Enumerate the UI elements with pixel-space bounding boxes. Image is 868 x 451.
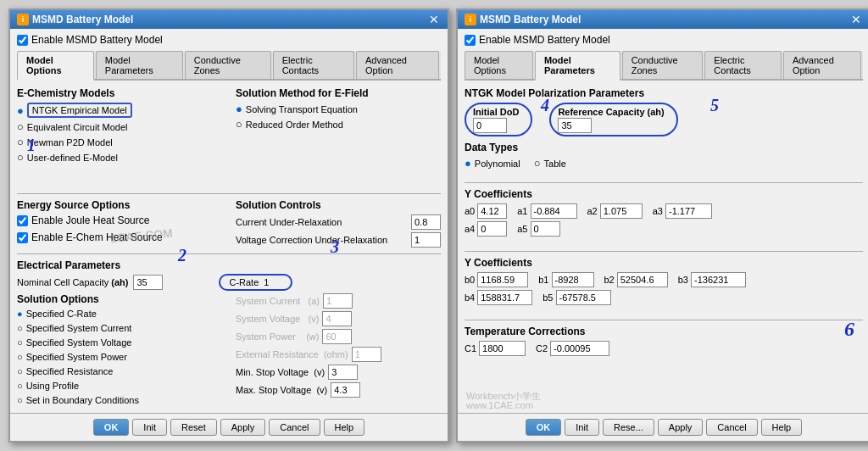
left-reset-button[interactable]: Reset <box>170 419 217 436</box>
b1-input[interactable] <box>552 272 594 287</box>
a5-input[interactable] <box>531 221 560 237</box>
min-stop-label: Min. Stop Voltage (v) <box>236 367 325 377</box>
a2-label: a2 <box>587 206 598 216</box>
tab-model-parameters-right[interactable]: Model Parameters <box>535 51 620 81</box>
joule-heat-checkbox[interactable] <box>17 215 28 226</box>
radio-transport[interactable]: ● Solving Transport Equation <box>236 103 441 115</box>
ref-capacity-label: Reference Capacity (ah) <box>558 107 664 117</box>
c2-input[interactable] <box>550 341 609 356</box>
b2-input[interactable] <box>617 272 668 287</box>
c2-label: C2 <box>536 343 548 354</box>
radio-reduced[interactable]: ○ Reduced Order Method <box>236 118 441 131</box>
sys-current-input[interactable] <box>323 293 353 309</box>
a2-item: a2 <box>587 203 643 219</box>
voltage-corr-input[interactable] <box>411 232 441 248</box>
tab-electric-contacts-left[interactable]: Electric Contacts <box>273 51 354 79</box>
right-ok-button[interactable]: OK <box>526 419 562 436</box>
radio-sys-power[interactable]: ○Specified System Power <box>17 352 222 362</box>
a5-item: a5 <box>517 221 559 237</box>
left-close-button[interactable]: ✕ <box>427 14 441 25</box>
b1-item: b1 <box>538 272 593 287</box>
current-relax-label: Current Under-Relaxation <box>236 217 342 227</box>
b4-input[interactable] <box>477 290 532 305</box>
left-apply-button[interactable]: Apply <box>220 419 266 436</box>
radio-ntgk[interactable]: ● NTGK Empirical Model <box>17 103 132 118</box>
ext-res-input[interactable] <box>352 347 381 362</box>
right-close-button[interactable]: ✕ <box>849 14 863 25</box>
b3-label: b3 <box>678 275 688 285</box>
left-ok-button[interactable]: OK <box>93 419 130 436</box>
right-apply-button[interactable]: Apply <box>658 419 704 436</box>
c1-input[interactable] <box>479 341 526 356</box>
b5-input[interactable] <box>556 290 611 305</box>
b3-input[interactable] <box>691 272 746 287</box>
a1-label: a1 <box>517 206 527 216</box>
sys-power-input[interactable] <box>322 329 352 344</box>
table-label: Table <box>544 159 566 169</box>
current-relax-input[interactable] <box>411 214 441 230</box>
sys-voltage-input[interactable] <box>322 311 352 326</box>
radio-profile[interactable]: ○Using Profile <box>17 381 222 391</box>
energy-section-title: Energy Source Options <box>17 199 222 211</box>
right-help-button[interactable]: Help <box>761 419 803 436</box>
left-dialog: i MSMD Battery Model ✕ Enable MSMD Batte… <box>8 8 449 443</box>
left-tab-bar: Model Options Model Parameters Conductiv… <box>17 51 441 81</box>
sys-voltage-label: System Voltage (v) <box>236 314 319 324</box>
left-window-icon: i <box>17 14 29 25</box>
right-enable-checkbox[interactable] <box>465 35 476 46</box>
a4-input[interactable] <box>477 221 507 237</box>
right-cancel-button[interactable]: Cancel <box>706 419 757 436</box>
a3-input[interactable] <box>665 203 712 219</box>
b5-label: b5 <box>542 292 553 303</box>
tab-model-parameters-left[interactable]: Model Parameters <box>96 51 183 79</box>
echem-heat-checkbox[interactable] <box>17 232 28 243</box>
solution-opts-title: Solution Options <box>17 293 222 305</box>
tab-electric-contacts-right[interactable]: Electric Contacts <box>704 51 782 79</box>
b2-item: b2 <box>604 272 668 287</box>
data-types-title: Data Types <box>465 142 863 153</box>
tab-model-options-right[interactable]: Model Options <box>465 51 533 79</box>
temp-corrections-title: Temperature Corrections <box>465 326 863 337</box>
right-reset-button[interactable]: Rese... <box>603 419 654 436</box>
left-init-button[interactable]: Init <box>132 419 167 436</box>
radio-newman[interactable]: ○ Newman P2D Model <box>17 136 222 148</box>
radio-equiv[interactable]: ○ Equivalent Circuit Model <box>17 120 222 133</box>
radio-c-rate[interactable]: ●Specified C-Rate <box>17 309 222 319</box>
radio-sys-voltage[interactable]: ○Specified System Voltage <box>17 337 222 348</box>
left-bottom-bar: OK Init Reset Apply Cancel Help <box>10 413 448 441</box>
annotation-6: 6 <box>844 318 854 341</box>
radio-sys-current[interactable]: ○Specified System Current <box>17 323 222 333</box>
radio-polynomial[interactable]: ● Polynomial <box>465 157 520 170</box>
a4-label: a4 <box>465 224 475 234</box>
b2-label: b2 <box>604 275 615 285</box>
radio-boundary[interactable]: ○Set in Boundary Conditions <box>17 395 222 405</box>
b0-input[interactable] <box>477 272 528 287</box>
initial-dod-label: Initial DoD <box>473 107 519 117</box>
min-stop-input[interactable] <box>328 365 358 380</box>
left-enable-checkbox[interactable] <box>17 35 28 46</box>
tab-advanced-option-right[interactable]: Advanced Option <box>783 51 861 79</box>
y-coeff-title: Y Coefficients <box>465 188 863 200</box>
a0-input[interactable] <box>477 203 507 219</box>
transport-label: Solving Transport Equation <box>246 104 358 114</box>
tab-advanced-option-left[interactable]: Advanced Option <box>356 51 439 79</box>
tab-model-options-left[interactable]: Model Options <box>17 51 94 81</box>
left-cancel-button[interactable]: Cancel <box>269 419 320 436</box>
right-init-button[interactable]: Init <box>565 419 599 436</box>
tab-conductive-zones-left[interactable]: Conductive Zones <box>185 51 271 79</box>
max-stop-input[interactable] <box>331 382 360 398</box>
a2-input[interactable] <box>600 203 643 219</box>
initial-dod-input[interactable] <box>473 118 507 133</box>
reduced-label: Reduced Order Method <box>246 120 343 130</box>
radio-user-defined[interactable]: ○ User-defined E-Model <box>17 151 222 164</box>
radio-table[interactable]: ○ Table <box>534 157 566 170</box>
right-bottom-bar: OK Init Rese... Apply Cancel Help <box>458 413 868 441</box>
tab-conductive-zones-right[interactable]: Conductive Zones <box>622 51 704 79</box>
c1-label: C1 <box>465 343 476 354</box>
a1-input[interactable] <box>531 203 577 219</box>
c-rate-input[interactable] <box>261 275 282 290</box>
ref-capacity-input[interactable] <box>558 118 592 133</box>
left-help-button[interactable]: Help <box>324 419 365 436</box>
nominal-input[interactable] <box>133 275 163 290</box>
radio-resistance[interactable]: ○Specified Resistance <box>17 366 222 376</box>
